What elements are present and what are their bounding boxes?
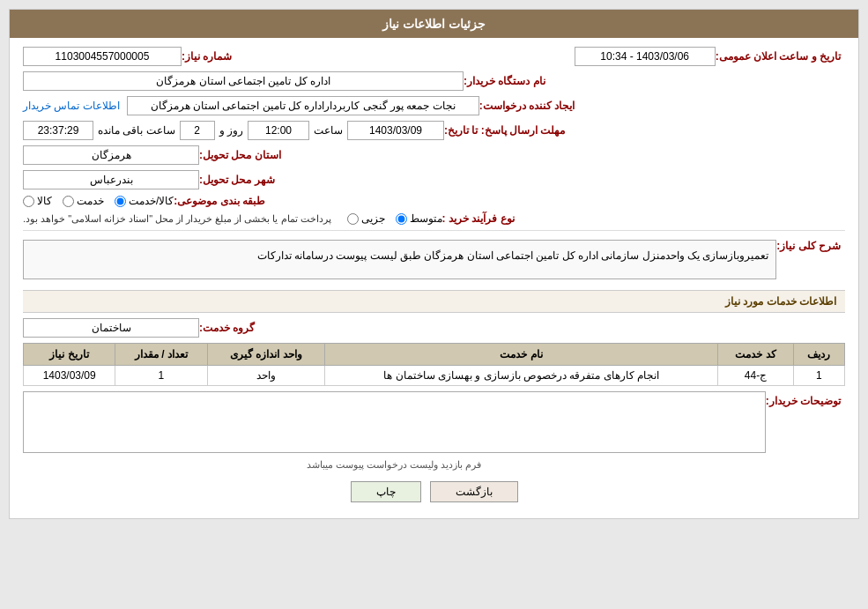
requester-label: ایجاد کننده درخواست: (479, 100, 575, 112)
page-wrapper: جزئیات اطلاعات نیاز تاریخ و ساعت اعلان ع… (0, 0, 868, 609)
process-jozii-radio[interactable] (347, 213, 359, 225)
response-deadline-label: مهلت ارسال پاسخ: تا تاریخ: (444, 124, 565, 137)
process-motavasset-label: متوسط (410, 212, 442, 225)
delivery-province-value: هرمزگان (23, 145, 199, 165)
announcement-datetime: 1403/03/06 - 10:34 (575, 47, 716, 66)
page-header: جزئیات اطلاعات نیاز (10, 10, 858, 38)
process-type-row: نوع فرآیند خرید : متوسط جزیی پرداخت تمام… (23, 212, 845, 225)
general-desc-value: تعمیروبازسازی یک واحدمنزل سازمانی اداره … (23, 240, 776, 279)
category-khedmat-radio[interactable] (63, 196, 74, 207)
table-row: 1 ج-44 انجام کارهای متفرقه درخصوص بازساز… (24, 366, 845, 386)
requester-value: نجات جمعه پور گنجی کاربرداراداره کل تامی… (127, 96, 479, 115)
main-container: جزئیات اطلاعات نیاز تاریخ و ساعت اعلان ع… (9, 9, 859, 519)
col-date: تاریخ نیاز (24, 344, 115, 366)
cell-row: 1 (793, 366, 844, 386)
contact-link[interactable]: اطلاعات تماس خریدار (23, 100, 120, 112)
page-title: جزئیات اطلاعات نیاز (382, 17, 486, 31)
col-name: نام خدمت (325, 344, 718, 366)
process-radio-group: متوسط جزیی (347, 212, 442, 225)
response-days-label: روز و (219, 124, 243, 137)
back-button[interactable]: بازگشت (430, 481, 518, 502)
need-number-value: 1103004557000005 (23, 47, 182, 66)
cell-unit: واحد (207, 366, 325, 386)
service-group-label: گروه خدمت: (199, 322, 255, 334)
category-label: طبقه بندی موضوعی: (174, 195, 265, 207)
category-kala-khedmat-radio[interactable] (115, 196, 126, 207)
service-group-value: ساختمان (23, 318, 199, 338)
process-type-label: نوع فرآیند خرید : (442, 212, 515, 225)
requester-row: ایجاد کننده درخواست: نجات جمعه پور گنجی … (23, 96, 845, 115)
category-kala-label: کالا (37, 195, 52, 207)
buyer-desc-textarea[interactable] (23, 391, 766, 453)
process-option-jozii[interactable]: جزیی (347, 212, 385, 225)
process-motavasset-radio[interactable] (396, 213, 407, 225)
delivery-city-label: شهر محل تحویل: (199, 174, 275, 186)
category-khedmat-label: خدمت (77, 195, 104, 207)
category-kala-khedmat-label: کالا/خدمت (129, 195, 174, 207)
delivery-province-row: استان محل تحویل: هرمزگان (23, 145, 845, 165)
process-option-motavasset[interactable]: متوسط (396, 212, 442, 225)
cell-code: ج-44 (718, 366, 794, 386)
delivery-province-label: استان محل تحویل: (199, 149, 281, 161)
buyer-org-value: اداره کل تامین اجتماعی استان هرمزگان (23, 71, 464, 91)
category-kala-radio[interactable] (23, 196, 34, 207)
category-option-khedmat[interactable]: خدمت (63, 195, 104, 207)
cell-quantity: 1 (115, 366, 207, 386)
col-row: ردیف (793, 344, 844, 366)
process-note: پرداخت تمام یا بخشی از مبلغ خریدار از مح… (23, 213, 331, 225)
response-remaining-label: ساعت باقی مانده (98, 124, 175, 137)
delivery-city-value: بندرعباس (23, 170, 199, 189)
buyer-desc-label: توضیحات خریدار: (766, 395, 841, 407)
buyer-org-row: نام دستگاه خریدار: اداره کل تامین اجتماع… (23, 71, 845, 91)
content-area: تاریخ و ساعت اعلان عمومی: 1403/03/06 - 1… (10, 38, 858, 518)
delivery-city-row: شهر محل تحویل: بندرعباس (23, 170, 845, 189)
announcement-label: تاریخ و ساعت اعلان عمومی: (716, 50, 841, 63)
service-group-row: گروه خدمت: ساختمان (23, 318, 845, 338)
response-remaining: 23:37:29 (23, 121, 93, 140)
category-row: طبقه بندی موضوعی: کالا/خدمت خدمت کالا (23, 195, 845, 207)
services-table-container: ردیف کد خدمت نام خدمت واحد اندازه گیری ت… (23, 343, 845, 386)
cell-name: انجام کارهای متفرقه درخصوص بازسازی و بهس… (325, 366, 718, 386)
cell-date: 1403/03/09 (24, 366, 115, 386)
category-option-kala[interactable]: کالا (23, 195, 52, 207)
category-radio-group: کالا/خدمت خدمت کالا (23, 195, 174, 207)
buyer-desc-area: فرم بازدید ولیست درخواست پیوست میباشد (23, 391, 766, 471)
col-unit: واحد اندازه گیری (207, 344, 325, 366)
col-code: کد خدمت (718, 344, 794, 366)
buyer-org-label: نام دستگاه خریدار: (464, 75, 545, 87)
services-table: ردیف کد خدمت نام خدمت واحد اندازه گیری ت… (23, 343, 845, 386)
response-time: 12:00 (248, 121, 309, 140)
need-number-label: شماره نیاز: (182, 50, 232, 63)
general-desc-row: شرح کلی نیاز: تعمیروبازسازی یک واحدمنزل … (23, 236, 845, 283)
response-days: 2 (180, 121, 215, 140)
response-time-label: ساعت (314, 124, 343, 137)
process-jozii-label: جزیی (361, 212, 385, 225)
col-quantity: تعداد / مقدار (115, 344, 207, 366)
buyer-desc-row: توضیحات خریدار: فرم بازدید ولیست درخواست… (23, 391, 845, 471)
general-desc-label: شرح کلی نیاز: (776, 240, 841, 252)
buyer-desc-text: فرم بازدید ولیست درخواست پیوست میباشد (23, 456, 766, 471)
services-section-header: اطلاعات خدمات مورد نیاز (23, 290, 845, 313)
buttons-row: بازگشت چاپ (23, 481, 845, 502)
need-number-row: تاریخ و ساعت اعلان عمومی: 1403/03/06 - 1… (23, 47, 845, 66)
print-button[interactable]: چاپ (351, 481, 421, 502)
response-deadline-row: مهلت ارسال پاسخ: تا تاریخ: 1403/03/09 سا… (23, 121, 845, 140)
category-option-kala-khedmat[interactable]: کالا/خدمت (115, 195, 174, 207)
response-date: 1403/03/09 (347, 121, 444, 140)
